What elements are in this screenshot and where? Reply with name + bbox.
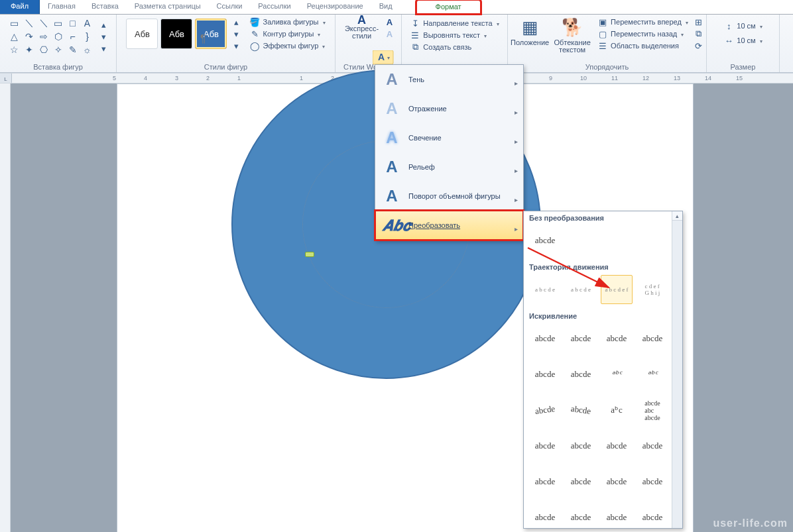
tab-page-layout[interactable]: Разметка страницы bbox=[127, 0, 209, 14]
position-button[interactable]: ▦ Положение bbox=[510, 17, 550, 46]
gallery-more-icon[interactable]: ▾ bbox=[99, 43, 109, 54]
gallery-scrollbar[interactable]: ▴ bbox=[672, 211, 682, 528]
shape-rect-icon[interactable]: ▭ bbox=[7, 17, 22, 30]
shape-effects-button[interactable]: ◯Эффекты фигур bbox=[249, 40, 325, 51]
warp-1[interactable]: abcde bbox=[529, 324, 561, 353]
shapes-gallery[interactable]: ▭ ＼ ＼ ▭ □ A △ ↷ ⇨ ⬡ ⌐ } ☆ ✦ ⎔ ✧ ✎ ☼ bbox=[7, 17, 95, 56]
menu-transform[interactable]: 𝘼𝙗𝙘Преобразовать bbox=[375, 211, 523, 240]
link-icon: ⧉ bbox=[410, 42, 420, 52]
tab-format[interactable]: Формат bbox=[416, 0, 481, 14]
shape-curve-icon[interactable]: ↷ bbox=[22, 30, 36, 43]
transform-path-arch-down[interactable]: a b c d e bbox=[565, 275, 597, 304]
menu-shadow[interactable]: AТень bbox=[375, 65, 523, 94]
shape-text-icon[interactable]: A bbox=[80, 17, 95, 30]
scroll-up-icon[interactable]: ▴ bbox=[672, 211, 682, 221]
warp-21[interactable]: abcde bbox=[529, 503, 561, 532]
shape-line2-icon[interactable]: ＼ bbox=[36, 17, 51, 30]
shape-free-icon[interactable]: ✎ bbox=[66, 43, 80, 56]
shape-more-icon[interactable]: ☼ bbox=[80, 43, 95, 56]
warp-9[interactable]: abcde bbox=[527, 394, 563, 427]
align-obj-icon[interactable]: ⊞ bbox=[694, 17, 704, 27]
create-link-button[interactable]: ⧉Создать связь bbox=[410, 42, 471, 52]
warp-20[interactable]: abcde bbox=[637, 467, 668, 496]
warp-19[interactable]: abcde bbox=[601, 467, 633, 496]
warp-8[interactable]: ᵃᵇᶜ bbox=[637, 360, 668, 389]
warp-12[interactable]: abcdeabcabcde bbox=[637, 396, 668, 425]
warp-15[interactable]: abcde bbox=[601, 431, 633, 460]
height-input[interactable]: ↕10 см bbox=[723, 21, 762, 31]
bring-forward-button[interactable]: ▣Переместить вперед bbox=[597, 17, 688, 27]
shape-line-icon[interactable]: ＼ bbox=[22, 17, 36, 30]
shape-style-gallery[interactable]: Абв Абв Абв bbox=[126, 19, 227, 49]
transform-path-arch[interactable]: a b c d e bbox=[529, 275, 561, 304]
group-obj-icon[interactable]: ⧉ bbox=[694, 28, 704, 39]
warp-18[interactable]: abcde bbox=[565, 467, 597, 496]
warp-11[interactable]: aᵇc bbox=[601, 396, 633, 425]
shape-hex-icon[interactable]: ⬡ bbox=[51, 30, 66, 43]
express-styles-button[interactable]: A Экспресс-стили bbox=[342, 17, 382, 40]
warp-14[interactable]: abcde bbox=[565, 431, 597, 460]
transform-path-circle[interactable]: a b c d e f bbox=[601, 275, 633, 304]
transform-none[interactable]: abcde bbox=[529, 226, 561, 255]
style-sample-2[interactable]: Абв bbox=[160, 19, 192, 49]
warp-24[interactable]: abcde bbox=[637, 503, 668, 532]
tab-mailings[interactable]: Рассылки bbox=[250, 0, 298, 14]
selection-pane-button[interactable]: ☰Область выделения bbox=[597, 40, 688, 51]
warp-5[interactable]: abcde bbox=[529, 360, 561, 389]
style-more-icon[interactable]: ▾ bbox=[231, 40, 241, 51]
tab-view[interactable]: Вид bbox=[371, 0, 400, 14]
shape-square-icon[interactable]: □ bbox=[66, 17, 80, 30]
shape-star-icon[interactable]: ☆ bbox=[7, 43, 22, 56]
shape-rrect-icon[interactable]: ▭ bbox=[51, 17, 66, 30]
tab-selector[interactable]: L bbox=[0, 74, 12, 83]
menu-3d-rotation[interactable]: AПоворот объемной фигуры bbox=[375, 182, 523, 211]
warp-6[interactable]: abcde bbox=[565, 360, 597, 389]
warp-7[interactable]: ᵃᵇᶜ bbox=[601, 360, 633, 389]
align-text-button[interactable]: ☰Выровнять текст bbox=[410, 30, 487, 40]
menu-reflection[interactable]: AОтражение bbox=[375, 94, 523, 123]
warp-13[interactable]: abcde bbox=[529, 431, 561, 460]
text-effects-split-button[interactable]: A ▾ bbox=[373, 50, 394, 65]
text-fill-icon[interactable]: A bbox=[385, 17, 395, 28]
shape-star2-icon[interactable]: ✦ bbox=[22, 43, 36, 56]
warp-22[interactable]: abcde bbox=[565, 503, 597, 532]
group-insert-shapes: ▭ ＼ ＼ ▭ □ A △ ↷ ⇨ ⬡ ⌐ } ☆ ✦ ⎔ ✧ ✎ ☼ ▴ bbox=[0, 15, 117, 72]
rotate-icon[interactable]: ⟳ bbox=[694, 40, 704, 51]
transform-path-button[interactable]: c d e fG h i j bbox=[637, 275, 668, 304]
warp-3[interactable]: abcde bbox=[601, 324, 633, 353]
warp-4[interactable]: abcde bbox=[637, 324, 668, 353]
menu-glow[interactable]: AСвечение bbox=[375, 123, 523, 152]
warp-2[interactable]: abcde bbox=[565, 324, 597, 353]
shape-tri-icon[interactable]: △ bbox=[7, 30, 22, 43]
shape-brace-icon[interactable]: } bbox=[80, 30, 95, 43]
text-path-handle[interactable] bbox=[305, 252, 314, 257]
glow-icon: A bbox=[382, 129, 402, 147]
text-outline-icon[interactable]: A bbox=[385, 29, 395, 40]
style-up-icon[interactable]: ▴ bbox=[231, 17, 241, 27]
warp-16[interactable]: abcde bbox=[637, 431, 668, 460]
menu-bevel[interactable]: AРельеф bbox=[375, 152, 523, 182]
tab-insert[interactable]: Вставка bbox=[84, 0, 127, 14]
shape-callout-icon[interactable]: ⎔ bbox=[36, 43, 51, 56]
style-down-icon[interactable]: ▾ bbox=[231, 28, 241, 39]
gallery-up-icon[interactable]: ▴ bbox=[99, 19, 109, 30]
send-backward-button[interactable]: ▢Переместить назад bbox=[597, 28, 688, 39]
wrap-text-button[interactable]: 🐕 Обтекание текстом bbox=[552, 17, 592, 54]
tab-references[interactable]: Ссылки bbox=[209, 0, 251, 14]
shape-elbow-icon[interactable]: ⌐ bbox=[66, 30, 80, 43]
tab-file[interactable]: Файл bbox=[0, 0, 40, 14]
shape-fill-button[interactable]: 🪣Заливка фигуры bbox=[249, 17, 325, 27]
shape-4star-icon[interactable]: ✧ bbox=[51, 43, 66, 56]
text-direction-button[interactable]: ↧Направление текста bbox=[410, 18, 499, 28]
shape-outline-button[interactable]: ✎Контур фигуры bbox=[249, 28, 325, 39]
warp-23[interactable]: abcde bbox=[601, 503, 633, 532]
tab-home[interactable]: Главная bbox=[40, 0, 84, 14]
tab-review[interactable]: Рецензирование bbox=[299, 0, 371, 14]
warp-10[interactable]: abcde bbox=[563, 394, 599, 427]
shadow-icon: A bbox=[382, 70, 402, 89]
width-input[interactable]: ↔10 см bbox=[723, 35, 762, 46]
warp-17[interactable]: abcde bbox=[529, 467, 561, 496]
shape-arrow-icon[interactable]: ⇨ bbox=[36, 30, 51, 43]
gallery-down-icon[interactable]: ▾ bbox=[99, 31, 109, 42]
style-sample-1[interactable]: Абв bbox=[126, 19, 158, 49]
